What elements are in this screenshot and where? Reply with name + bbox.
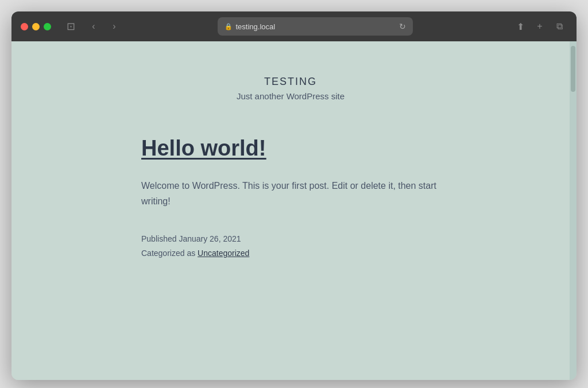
minimize-button[interactable] bbox=[32, 23, 40, 30]
post-title[interactable]: Hello world! bbox=[141, 135, 440, 162]
browser-chrome: ⊡ ‹ › 🔒 testing.local ↻ ⬆ + ⧉ bbox=[11, 11, 577, 41]
post-article: Hello world! Welcome to WordPress. This … bbox=[141, 135, 440, 261]
site-title: TESTING bbox=[34, 76, 547, 88]
category-line: Categorized as Uncategorized bbox=[141, 246, 440, 261]
url-text: testing.local bbox=[236, 22, 276, 31]
tabs-button[interactable]: ⧉ bbox=[551, 18, 567, 34]
lock-icon: 🔒 bbox=[225, 23, 233, 30]
main-content: Hello world! Welcome to WordPress. This … bbox=[141, 135, 440, 261]
back-button[interactable]: ‹ bbox=[86, 18, 102, 34]
forward-button[interactable]: › bbox=[106, 18, 122, 34]
category-link[interactable]: Uncategorized bbox=[198, 249, 249, 258]
published-date: January 26, 2021 bbox=[179, 234, 241, 243]
browser-window: ⊡ ‹ › 🔒 testing.local ↻ ⬆ + ⧉ TESTING Ju… bbox=[11, 11, 577, 380]
browser-actions: ⬆ + ⧉ bbox=[512, 18, 567, 34]
post-title-link[interactable]: Hello world! bbox=[141, 136, 266, 160]
maximize-button[interactable] bbox=[44, 23, 51, 30]
share-button[interactable]: ⬆ bbox=[512, 18, 528, 34]
sidebar-toggle-button[interactable]: ⊡ bbox=[63, 18, 79, 34]
browser-controls: ⊡ ‹ › bbox=[63, 18, 122, 34]
scrollbar-thumb[interactable] bbox=[571, 46, 575, 92]
close-button[interactable] bbox=[21, 23, 28, 30]
published-line: Published January 26, 2021 bbox=[141, 232, 440, 246]
new-tab-button[interactable]: + bbox=[532, 18, 548, 34]
post-meta: Published January 26, 2021 Categorized a… bbox=[141, 232, 440, 261]
address-bar[interactable]: 🔒 testing.local ↻ bbox=[218, 17, 413, 36]
post-excerpt: Welcome to WordPress. This is your first… bbox=[141, 178, 440, 209]
categorized-label: Categorized as bbox=[141, 249, 198, 258]
browser-content: TESTING Just another WordPress site Hell… bbox=[11, 41, 570, 380]
site-header: TESTING Just another WordPress site bbox=[34, 76, 547, 101]
traffic-lights bbox=[21, 23, 51, 30]
scrollbar[interactable] bbox=[570, 41, 577, 380]
browser-content-wrapper: TESTING Just another WordPress site Hell… bbox=[11, 41, 577, 380]
refresh-button[interactable]: ↻ bbox=[399, 22, 406, 31]
published-label: Published bbox=[141, 234, 179, 243]
address-bar-container: 🔒 testing.local ↻ bbox=[129, 17, 501, 36]
site-tagline: Just another WordPress site bbox=[34, 91, 547, 101]
